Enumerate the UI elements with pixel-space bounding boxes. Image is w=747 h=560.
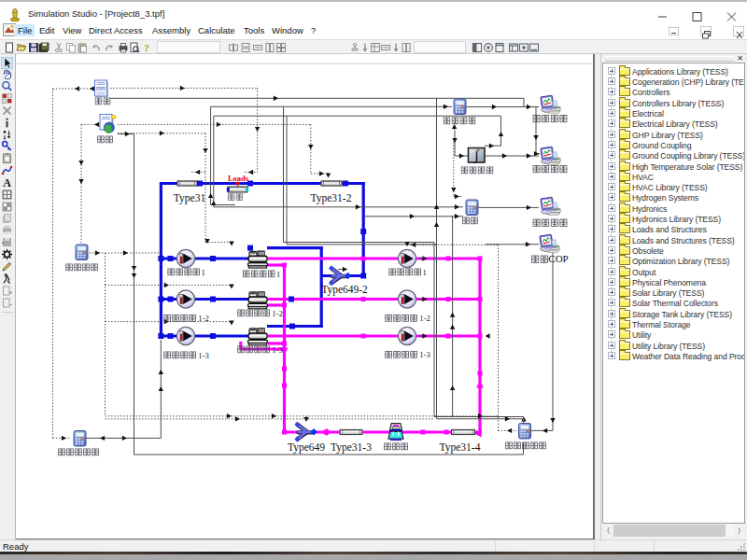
svg-text:Loads: Loads <box>228 174 249 183</box>
svg-text:Type649: Type649 <box>288 441 325 454</box>
svg-text:USER: USER <box>97 87 106 91</box>
svg-text:1-2: 1-2 <box>198 314 208 323</box>
svg-text:1: 1 <box>422 268 426 277</box>
svg-text:?: ? <box>144 42 149 53</box>
svg-text:1: 1 <box>201 268 204 277</box>
svg-text:1-2: 1-2 <box>272 309 282 318</box>
svg-text:Type31-2: Type31-2 <box>311 192 352 204</box>
svg-text:1-2: 1-2 <box>419 314 430 323</box>
svg-text:1: 1 <box>276 270 280 279</box>
svg-text:Type649-2: Type649-2 <box>321 284 368 296</box>
svg-text:Type31-3: Type31-3 <box>331 441 372 454</box>
svg-text:Type31-4: Type31-4 <box>440 441 481 454</box>
svg-text:A: A <box>3 176 11 189</box>
svg-text:1-3: 1-3 <box>272 345 282 355</box>
svg-text:1-3: 1-3 <box>419 350 430 359</box>
svg-text:COP: COP <box>548 253 568 264</box>
svg-text:1-3: 1-3 <box>198 351 208 360</box>
svg-text:Type31: Type31 <box>174 192 206 204</box>
